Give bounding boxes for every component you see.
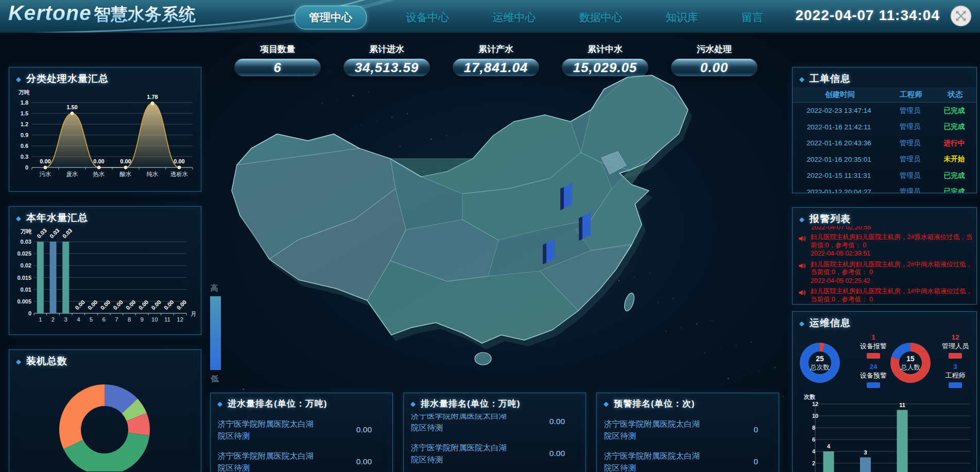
svg-text:2: 2 — [51, 316, 55, 323]
svg-text:4: 4 — [827, 443, 831, 449]
workorder-table[interactable]: 创建时间工程师状态 2022-02-23 13:47:14 管理员 已完成 20… — [793, 87, 976, 193]
ranking-item: 济宁医学院附属医院太白湖院区待测 0.00 — [211, 414, 392, 446]
panel-title: 预警排名(单位：次) — [614, 398, 695, 410]
nav-tab-5[interactable]: 留言 — [737, 7, 767, 28]
status-badge: 进行中 — [935, 139, 974, 148]
map-legend-low: 低 — [211, 374, 218, 384]
ops-frequency-bar-chart: 24681012次数4311 — [796, 393, 976, 472]
svg-text:热水: 热水 — [93, 171, 105, 177]
svg-text:0.00: 0.00 — [174, 158, 184, 164]
svg-text:15: 15 — [906, 355, 915, 363]
ranking-scroll-list[interactable]: 济宁医学院附属医院太白湖院区待测 0.00 济宁医学院附属医院太白湖院区待测 0… — [211, 414, 392, 472]
svg-text:3: 3 — [864, 449, 867, 456]
ranking-scroll-list[interactable]: 济宁医学院附属医院太白湖院区待测 0.00 济宁医学院附属医院太白湖院区待测 0… — [404, 414, 586, 472]
svg-text:4: 4 — [77, 316, 80, 323]
alarm-scroll-list[interactable]: 2022-04-07 02:20:55 妇儿医院主机房妇儿医院主机房，2#原水箱… — [793, 226, 976, 305]
ranking-site-name: 济宁医学院附属医院太白湖院区待测 — [411, 442, 509, 465]
panel-workorders: ◆ 工单信息 创建时间工程师状态 2022-02-23 13:47:14 管理员… — [792, 67, 977, 193]
svg-text:3: 3 — [64, 316, 67, 323]
nav-tab-3[interactable]: 数据中心 — [575, 7, 627, 28]
workorder-table-header: 创建时间工程师状态 — [793, 87, 976, 103]
panel-title: 运维信息 — [810, 316, 851, 330]
ops-alarm-donut-chart: 25总次数 — [792, 334, 848, 391]
panel-alarm-list: ◆ 报警列表 2022-04-07 02:20:55 妇儿医院主机房妇儿医院主机… — [792, 207, 977, 305]
cell-created-time: 2022-01-16 20:35:01 — [793, 156, 885, 163]
svg-text:1.8: 1.8 — [21, 99, 28, 106]
panel-title-row: ◆ 本年水量汇总 — [9, 207, 201, 227]
nav-tab-2[interactable]: 运维中心 — [488, 7, 540, 28]
svg-text:1.50: 1.50 — [66, 104, 77, 110]
ranking-value: 0 — [753, 425, 771, 434]
svg-text:0: 0 — [28, 310, 31, 316]
nav-tab-4[interactable]: 知识库 — [662, 7, 702, 28]
svg-text:0.03: 0.03 — [48, 227, 61, 239]
svg-text:6: 6 — [812, 436, 815, 443]
panel-ranking-inflow: ◆ 进水量排名(单位：万吨) 济宁医学院附属医院太白湖院区待测 0.00 济宁医… — [210, 393, 393, 472]
panel-ranking-warning: ◆ 预警排名(单位：次) 济宁医学院附属医院太白湖院区待测 0 济宁医学院附属医… — [596, 393, 779, 472]
ranking-value: 0.00 — [356, 457, 385, 466]
panel-title-row: ◆ 分类处理水量汇总 — [9, 68, 201, 88]
main-nav: 管理中心设备中心运维中心数据中心知识库留言 — [295, 6, 767, 29]
fullscreen-icon — [950, 5, 972, 27]
alarm-time: 2022-04-05 02:25:42 — [811, 277, 972, 285]
map-legend-high: 高 — [211, 283, 218, 293]
table-row: 2022-01-12 20:04:27 管理员 已完成 — [793, 184, 976, 194]
china-map-shape — [232, 75, 692, 365]
table-row: 2022-01-15 11:31:31 管理员 已完成 — [793, 167, 976, 184]
svg-text:0.00: 0.00 — [120, 158, 131, 164]
app-header: Kertone 智慧水务系统 管理中心设备中心运维中心数据中心知识库留言 202… — [0, 0, 980, 33]
cell-engineer: 管理员 — [885, 155, 935, 164]
panel-title-row: ◆ 进水量排名(单位：万吨) — [211, 393, 392, 412]
logo-text-cn: 智慧水务系统 — [94, 3, 196, 26]
cell-created-time: 2022-01-16 20:43:36 — [793, 139, 885, 147]
ranking-value: 0.00 — [549, 449, 578, 458]
legend-value: 3 — [936, 363, 975, 370]
cell-created-time: 2022-01-16 21:42:11 — [793, 123, 885, 131]
legend-swatch — [949, 382, 962, 388]
svg-text:污水: 污水 — [40, 171, 51, 177]
legend-entry: 3 工程师 — [936, 363, 975, 388]
svg-text:总人数: 总人数 — [900, 364, 920, 371]
svg-text:5: 5 — [90, 316, 93, 323]
panel-title-row: ◆ 报警列表 — [793, 208, 976, 228]
panel-title: 排水量排名(单位：万吨) — [421, 398, 520, 410]
ranking-site-name: 济宁医学院附属医院太白湖院区待测 — [218, 418, 316, 442]
svg-text:0.03: 0.03 — [61, 227, 74, 239]
svg-text:纯水: 纯水 — [147, 171, 159, 177]
cell-engineer: 管理员 — [885, 106, 935, 115]
svg-text:2: 2 — [812, 460, 815, 466]
panel-title-row: ◆ 装机总数 — [9, 350, 201, 370]
logo-text-en: Kertone — [8, 1, 92, 25]
svg-text:10: 10 — [151, 316, 158, 323]
panel-title-row: ◆ 工单信息 — [793, 68, 976, 88]
ranking-item: 济宁医学院附属医院太白湖院区待测 0 — [597, 414, 779, 446]
panel-title-row: ◆ 排水量排名(单位：万吨) — [404, 393, 586, 412]
panel-ops-info: ◆ 运维信息 25总次数 1 设备报警 24 设备预警 15总人数 12 管理人… — [792, 311, 977, 472]
svg-text:0.00: 0.00 — [99, 299, 112, 311]
svg-text:0.03: 0.03 — [36, 227, 48, 239]
cell-engineer: 管理员 — [885, 139, 935, 148]
diamond-icon: ◆ — [799, 319, 804, 327]
nav-tab-0[interactable]: 管理中心 — [295, 6, 367, 29]
svg-text:11: 11 — [164, 316, 170, 323]
status-badge: 已完成 — [935, 171, 974, 180]
panel-title: 装机总数 — [26, 355, 67, 368]
ranking-site-name: 济宁医学院附属医院太白湖院区待测 — [604, 418, 702, 442]
alarm-time: 2022-04-04 02:06:22 — [811, 304, 972, 305]
nav-tab-1[interactable]: 设备中心 — [402, 7, 453, 28]
svg-text:0.01: 0.01 — [21, 286, 31, 293]
ranking-scroll-list[interactable]: 济宁医学院附属医院太白湖院区待测 0 济宁医学院附属医院太白湖院区待测 0 — [597, 414, 779, 472]
china-map[interactable] — [220, 34, 791, 435]
svg-text:总次数: 总次数 — [810, 364, 830, 371]
svg-text:0.00: 0.00 — [125, 299, 137, 311]
svg-text:酸水: 酸水 — [120, 171, 132, 177]
fullscreen-button[interactable] — [950, 5, 972, 27]
legend-swatch — [949, 353, 962, 359]
svg-text:8: 8 — [128, 316, 131, 323]
alarm-item: 妇儿医院主机房妇儿医院主机房，2#原水箱液位过低，当前值:0，参考值： 0 20… — [793, 231, 976, 259]
china-map-container[interactable] — [220, 34, 791, 435]
column-header: 状态 — [936, 90, 975, 99]
alarm-item: 妇儿医院主机房妇儿医院主机房，2#中间水箱液位过低，当前值:0，参考值： 0 2… — [793, 259, 976, 286]
diamond-icon: ◆ — [799, 75, 804, 83]
diamond-icon: ◆ — [16, 214, 21, 222]
